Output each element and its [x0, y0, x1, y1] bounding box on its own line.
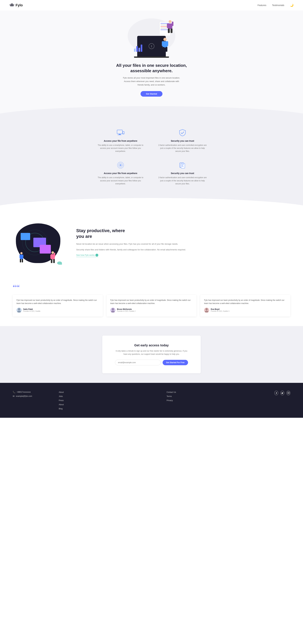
footer-link-privacy[interactable]: Privacy: [167, 399, 173, 402]
svg-point-49: [289, 392, 289, 392]
footer: 📞 +88017xxxxxxxx ✉ example@fylo.com Abou…: [0, 383, 303, 418]
navbar: Fylo Features Testimonials 🌙: [0, 0, 303, 10]
person1-illustration: [161, 38, 169, 53]
features-section: Access your file from anywhere The abili…: [0, 119, 303, 198]
bar: [141, 44, 142, 52]
reviewer-title-1: Founder & CEO, Huddle: [23, 310, 40, 312]
productive-para-2: Securely share files and folders with fr…: [76, 248, 287, 252]
footer-link-jobs[interactable]: Jobs: [59, 395, 63, 398]
cta-section: Get early access today It only takes a m…: [0, 326, 303, 383]
footer-link-contact[interactable]: Contact Us: [167, 391, 176, 393]
footer-social: [274, 391, 290, 412]
cta-description: It only takes a minute to sign up and ou…: [115, 349, 188, 356]
svg-rect-0: [10, 4, 14, 5]
svg-rect-34: [22, 259, 23, 262]
feature-item-access: Access your file from anywhere The abili…: [96, 128, 145, 153]
svg-point-48: [288, 392, 289, 393]
shield-check-icon: [178, 128, 187, 137]
avatar-1: [17, 308, 22, 313]
see-how-link[interactable]: See how Fylo works →: [76, 254, 98, 257]
logo-text: Fylo: [16, 3, 23, 7]
reviewer-1: Satis Patel Founder & CEO, Huddle: [17, 308, 99, 313]
svg-rect-31: [20, 255, 21, 258]
footer-link-about2[interactable]: About: [59, 404, 64, 406]
svg-rect-11: [167, 24, 168, 28]
footer-links-col1: About Jobs Press About Blog: [59, 391, 160, 412]
feature-title-4: Security you can trust: [158, 172, 207, 174]
testimonial-text-1: Fylo has improved our team productivity …: [17, 298, 99, 305]
wave-divider-1: [0, 106, 303, 119]
hero-cta-button[interactable]: Get Started: [141, 91, 162, 96]
svg-rect-40: [53, 259, 55, 263]
testimonial-card-2: Fylo has improved our team productivity …: [107, 295, 197, 316]
reviewer-name-1: Satis Patel: [23, 308, 40, 310]
hero-illustration: ↑: [125, 17, 178, 58]
svg-rect-39: [51, 259, 52, 263]
footer-content: 📞 +88017xxxxxxxx ✉ example@fylo.com Abou…: [13, 391, 290, 412]
svg-point-29: [20, 252, 23, 254]
footer-link-terms[interactable]: Terms: [167, 395, 172, 398]
svg-point-41: [18, 308, 20, 310]
svg-rect-17: [118, 135, 121, 135]
person-svg: [167, 20, 174, 34]
hero-description: Fylo stores all your most important file…: [121, 76, 182, 87]
feature-item-docs: Security you can trust 2-factor authenti…: [158, 161, 207, 185]
svg-rect-26: [182, 164, 184, 165]
twitter-icon[interactable]: [280, 391, 284, 395]
productive-para-1: Never let location be an issue when acce…: [76, 242, 287, 246]
nav-features[interactable]: Features: [257, 4, 266, 6]
reviewer-3: Eva Boyd Founder & CEO, Huddle 3: [204, 308, 286, 313]
cta-form: Get Started For Free: [115, 360, 188, 366]
productive-heading: Stay productive, where you are: [76, 228, 287, 240]
feature-desc-3: The ability to use a smartphone, tablet,…: [96, 176, 145, 185]
avatar-3: [204, 308, 209, 313]
svg-rect-28: [182, 166, 184, 166]
testimonials-section: ““ Fylo has improved our team productivi…: [0, 274, 303, 326]
svg-rect-1: [10, 6, 14, 6]
quote-mark: ““: [13, 284, 290, 292]
arrow-icon: →: [95, 254, 98, 256]
svg-rect-5: [162, 41, 164, 46]
logo-icon: [10, 3, 14, 7]
reviewer-name-3: Eva Boyd: [211, 308, 229, 310]
svg-point-43: [112, 308, 114, 310]
cta-heading: Get early access today: [115, 344, 188, 347]
feature-desc-2: 2-factor authentication and user-control…: [158, 144, 207, 153]
testimonial-text-2: Fylo has improved our team productivity …: [110, 298, 193, 305]
person2-illustration: [167, 20, 174, 34]
footer-link-blog[interactable]: Blog: [59, 408, 63, 410]
testimonial-text-3: Fylo has improved our team productivity …: [204, 298, 286, 305]
feature-title-1: Access your file from anywhere: [96, 140, 145, 142]
testimonial-card-3: Fylo has improved our team productivity …: [200, 295, 290, 316]
instagram-icon[interactable]: [286, 391, 290, 395]
reviewer-info-3: Eva Boyd Founder & CEO, Huddle 3: [211, 308, 229, 312]
nav-testimonials[interactable]: Testimonials: [272, 4, 284, 6]
footer-link-about[interactable]: About: [59, 391, 64, 393]
feature-desc-4: 2-factor authentication and user-control…: [158, 176, 207, 185]
wave-divider-2: [0, 198, 303, 211]
svg-rect-25: [181, 164, 185, 168]
productive-content: Stay productive, where you are Never let…: [76, 228, 287, 257]
footer-link-press[interactable]: Press: [59, 399, 64, 402]
logo[interactable]: Fylo: [10, 3, 23, 7]
cta-submit-button[interactable]: Get Started For Free: [163, 360, 188, 365]
svg-point-46: [205, 311, 208, 312]
cta-email-input[interactable]: [115, 360, 161, 366]
svg-point-9: [169, 20, 171, 23]
svg-point-3: [163, 38, 167, 41]
bar: [136, 46, 138, 52]
productive-illustration: [16, 220, 67, 265]
documents-icon: [178, 161, 187, 170]
dark-mode-toggle[interactable]: 🌙: [290, 4, 293, 7]
reviewer-2: Bruce McKenzie Founder & CEO, Huddle 2: [110, 308, 193, 313]
cta-box: Get early access today It only takes a m…: [102, 336, 201, 373]
feature-title-2: Security you can trust: [158, 140, 207, 142]
svg-rect-14: [171, 28, 172, 33]
features-grid: Access your file from anywhere The abili…: [96, 128, 207, 185]
feature-title-3: Access your file from anywhere: [96, 172, 145, 174]
facebook-icon[interactable]: [274, 391, 278, 395]
nav-links: Features Testimonials 🌙: [257, 4, 293, 7]
monitor-phone-icon: [116, 128, 125, 137]
phone-icon: 📞: [13, 391, 16, 393]
svg-rect-32: [22, 255, 23, 258]
